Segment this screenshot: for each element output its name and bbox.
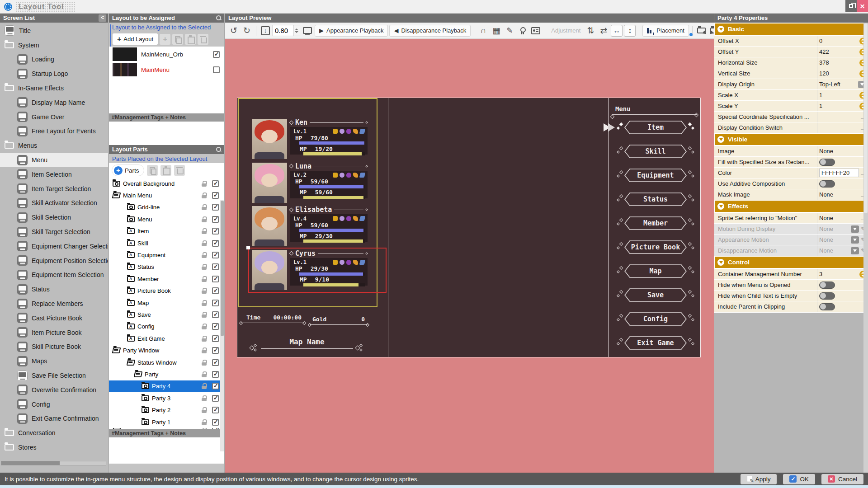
screen-list-item[interactable]: Replace Members bbox=[0, 296, 108, 311]
horizontal-scrollbar[interactable] bbox=[1, 461, 106, 465]
tree-item[interactable] bbox=[109, 428, 224, 429]
dropdown-icon[interactable] bbox=[851, 247, 859, 254]
property-row[interactable]: Color FFFFFF20 bbox=[714, 168, 868, 178]
search-icon[interactable] bbox=[216, 147, 222, 152]
redo-icon[interactable]: ↻ bbox=[241, 25, 253, 37]
property-row[interactable]: Scale X 1 bbox=[714, 90, 868, 100]
screen-list-item[interactable]: Menus bbox=[0, 138, 108, 153]
tree-item[interactable]: Status bbox=[109, 261, 224, 273]
zoom-input[interactable] bbox=[273, 25, 293, 36]
dropdown-icon[interactable] bbox=[851, 225, 859, 233]
screen-list-item[interactable]: Free Layout for Events bbox=[0, 124, 108, 139]
management-tags-notes[interactable] bbox=[109, 122, 224, 145]
property-value[interactable]: None bbox=[819, 215, 833, 221]
tree-item[interactable]: Equipment bbox=[109, 249, 224, 261]
screen-list-item[interactable]: Startup Logo bbox=[0, 66, 108, 81]
menu-command-button[interactable]: Item bbox=[624, 121, 687, 134]
visibility-checkbox[interactable] bbox=[212, 300, 219, 306]
property-row[interactable]: Special Coordinate Specification ... bbox=[714, 112, 868, 122]
preview-monitor-icon[interactable] bbox=[302, 25, 313, 37]
screen-list-item[interactable]: Menu bbox=[0, 153, 108, 167]
tree-item[interactable]: Party 3 bbox=[109, 392, 224, 404]
property-row[interactable]: Motion During Display None bbox=[714, 224, 868, 234]
tree-item[interactable]: Status Window bbox=[109, 357, 224, 368]
lock-icon[interactable] bbox=[202, 336, 207, 342]
property-section-header[interactable]: Effects bbox=[715, 201, 868, 212]
lock-icon[interactable] bbox=[202, 360, 207, 366]
menu-command-button[interactable]: Equipment bbox=[624, 169, 687, 182]
tree-item[interactable]: Picture Book bbox=[109, 285, 224, 297]
visibility-checkbox[interactable] bbox=[212, 407, 219, 413]
property-row[interactable]: Appearance Motion None bbox=[714, 235, 868, 245]
property-value[interactable]: 0 bbox=[819, 38, 822, 44]
zoom-stepper[interactable] bbox=[293, 25, 300, 36]
visibility-checkbox[interactable] bbox=[212, 359, 219, 366]
visibility-checkbox[interactable] bbox=[212, 311, 219, 318]
lock-icon[interactable] bbox=[202, 419, 207, 425]
copy-part-button[interactable] bbox=[147, 165, 158, 176]
layout-list-item[interactable]: MainMenu_Orb bbox=[109, 47, 224, 62]
menu-command-button[interactable]: Config bbox=[624, 312, 687, 326]
export-layout-icon[interactable] bbox=[696, 25, 708, 37]
layout-list-item[interactable]: MainMenu bbox=[109, 62, 224, 77]
menu-command-button[interactable]: Skill bbox=[624, 145, 687, 158]
visibility-checkbox[interactable] bbox=[212, 335, 219, 342]
screen-list-item[interactable]: Config bbox=[0, 397, 108, 412]
disappearance-playback-button[interactable]: ◀Disappearance Playback bbox=[389, 25, 471, 37]
screen-list-item[interactable]: Title bbox=[0, 23, 108, 38]
property-row[interactable]: Container Management Number 3 bbox=[714, 269, 868, 279]
tree-item[interactable]: Config bbox=[109, 321, 224, 333]
party-member-card[interactable]: Luna Lv.2 bbox=[252, 163, 368, 198]
property-value[interactable]: 3 bbox=[819, 271, 822, 277]
tree-item[interactable]: Map bbox=[109, 297, 224, 309]
visibility-checkbox[interactable] bbox=[212, 192, 219, 199]
search-icon[interactable] bbox=[216, 15, 222, 21]
screen-list-item[interactable]: Display Map Name bbox=[0, 95, 108, 110]
visibility-checkbox[interactable] bbox=[212, 383, 219, 389]
property-value[interactable]: 120 bbox=[819, 70, 829, 77]
property-row[interactable]: Scale Y 1 bbox=[714, 101, 868, 111]
tree-item[interactable]: Main Menu bbox=[109, 189, 224, 201]
ok-button[interactable]: ✓OK bbox=[783, 474, 815, 484]
tree-scrollbar[interactable] bbox=[220, 200, 224, 451]
visibility-checkbox[interactable] bbox=[212, 276, 219, 282]
tree-item[interactable]: Party 2 bbox=[109, 404, 224, 416]
screen-list-item[interactable]: Skill Picture Book bbox=[0, 340, 108, 354]
tree-item[interactable]: Menu bbox=[109, 213, 224, 225]
add-parts-button[interactable]: +Parts bbox=[112, 164, 144, 176]
screen-list-item[interactable]: Item Target Selection bbox=[0, 182, 108, 196]
screen-list-item[interactable]: Loading bbox=[0, 52, 108, 67]
visibility-checkbox[interactable] bbox=[212, 263, 219, 270]
paste-part-button[interactable] bbox=[160, 165, 171, 176]
visibility-checkbox[interactable] bbox=[212, 252, 219, 258]
window-close-button[interactable]: ✕ bbox=[857, 0, 868, 12]
lock-icon[interactable] bbox=[202, 240, 207, 246]
screen-list-item[interactable]: Item Picture Book bbox=[0, 325, 108, 340]
badge-icon[interactable] bbox=[517, 25, 528, 37]
property-section-header[interactable]: Visible bbox=[715, 134, 868, 145]
toggle-switch[interactable] bbox=[819, 180, 835, 188]
management-tags-notes[interactable] bbox=[109, 437, 224, 464]
party-member-card[interactable]: Ken Lv.1 bbox=[252, 119, 368, 155]
property-value[interactable]: None bbox=[819, 247, 833, 254]
fit-height-icon[interactable]: ↕ bbox=[259, 25, 271, 37]
menu-command-button[interactable]: Map bbox=[624, 264, 687, 278]
property-section-header[interactable]: Control bbox=[715, 257, 868, 268]
add-layout-button[interactable]: +Add Layout bbox=[113, 33, 158, 45]
lock-icon[interactable] bbox=[202, 288, 207, 294]
lock-icon[interactable] bbox=[202, 395, 207, 401]
party-member-card[interactable]: Cyrus Lv.1 bbox=[252, 250, 368, 286]
tree-item[interactable]: Party bbox=[109, 368, 224, 380]
lock-icon[interactable] bbox=[202, 312, 207, 318]
property-value[interactable]: 1 bbox=[819, 103, 822, 109]
property-value[interactable]: Top-Left bbox=[819, 81, 840, 88]
tree-item[interactable]: Member bbox=[109, 273, 224, 285]
screen-list-item[interactable]: Exit Game Confirmation bbox=[0, 412, 108, 426]
menu-command-button[interactable]: Status bbox=[624, 192, 687, 206]
lock-icon[interactable] bbox=[202, 204, 207, 210]
visibility-checkbox[interactable] bbox=[212, 240, 219, 247]
property-value[interactable]: None bbox=[819, 225, 833, 232]
grid-icon[interactable]: ▦ bbox=[491, 25, 502, 37]
lock-icon[interactable] bbox=[202, 428, 207, 429]
toggle-switch[interactable] bbox=[819, 159, 835, 166]
